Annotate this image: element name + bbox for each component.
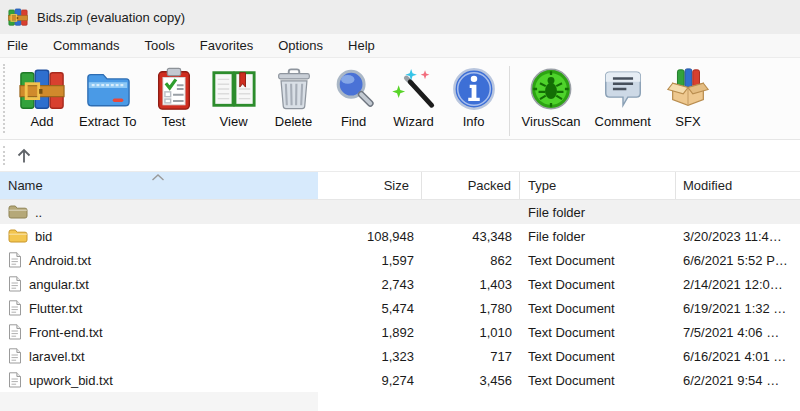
sfx-button[interactable]: SFX xyxy=(658,65,718,130)
info-button[interactable]: Info xyxy=(444,65,504,130)
find-magnifier-icon xyxy=(331,66,377,112)
file-size: 1,323 xyxy=(318,349,422,364)
find-button[interactable]: Find xyxy=(324,65,384,130)
column-header-packed-label: Packed xyxy=(468,178,511,193)
file-modified: 7/5/2021 4:06 … xyxy=(676,325,800,340)
file-size: 9,274 xyxy=(318,373,422,388)
menu-bar: File Commands Tools Favorites Options He… xyxy=(0,34,800,58)
toolbar-gripper[interactable] xyxy=(3,64,5,133)
menu-file[interactable]: File xyxy=(7,38,28,53)
text-file-icon xyxy=(8,276,22,292)
menu-commands[interactable]: Commands xyxy=(53,38,119,53)
column-header-type[interactable]: Type xyxy=(520,172,676,199)
file-name: Front-end.txt xyxy=(29,324,103,340)
file-modified: 2/14/2021 12:0… xyxy=(676,277,800,292)
folder-icon xyxy=(8,228,28,244)
file-type: Text Document xyxy=(520,325,676,340)
file-type: File folder xyxy=(520,229,676,244)
address-bar xyxy=(0,140,800,172)
file-type: File folder xyxy=(520,205,676,220)
winrar-app-icon xyxy=(8,7,28,27)
virus-scan-bug-icon xyxy=(528,66,574,112)
file-row-parent[interactable]: .. File folder xyxy=(0,200,800,224)
file-name: laravel.txt xyxy=(29,348,85,364)
text-file-icon xyxy=(8,372,22,388)
file-size: 108,948 xyxy=(318,229,422,244)
window-title: Bids.zip (evaluation copy) xyxy=(37,10,185,25)
column-header-packed[interactable]: Packed xyxy=(422,172,520,199)
text-file-icon xyxy=(8,348,22,364)
file-row[interactable]: bid 108,948 43,348 File folder 3/20/2023… xyxy=(0,224,800,248)
file-row[interactable]: laravel.txt 1,323 717 Text Document 6/16… xyxy=(0,344,800,368)
test-button[interactable]: Test xyxy=(144,65,204,130)
file-row[interactable]: Flutter.txt 5,474 1,780 Text Document 6/… xyxy=(0,296,800,320)
virus-scan-button[interactable]: VirusScan xyxy=(515,65,588,130)
view-book-icon xyxy=(211,66,257,112)
extract-to-folder-icon xyxy=(85,66,131,112)
virus-scan-button-label: VirusScan xyxy=(522,114,581,129)
test-clipboard-icon xyxy=(151,66,197,112)
add-button[interactable]: Add xyxy=(12,65,72,130)
text-file-icon xyxy=(8,324,22,340)
menu-tools[interactable]: Tools xyxy=(144,38,174,53)
text-file-icon xyxy=(8,252,22,268)
toolbar: Add Extract To Test xyxy=(0,58,800,140)
file-modified: 6/19/2021 1:32 … xyxy=(676,301,800,316)
up-one-level-button[interactable] xyxy=(10,143,38,169)
test-button-label: Test xyxy=(162,114,186,129)
file-size: 1,892 xyxy=(318,325,422,340)
winrar-window: Bids.zip (evaluation copy) File Commands… xyxy=(0,0,800,411)
folder-up-icon xyxy=(8,204,28,220)
file-size: 1,597 xyxy=(318,253,422,268)
file-type: Text Document xyxy=(520,349,676,364)
up-arrow-icon xyxy=(14,146,34,166)
address-bar-gripper[interactable] xyxy=(3,146,5,165)
file-packed: 1,010 xyxy=(422,325,520,340)
sfx-button-label: SFX xyxy=(675,114,700,129)
file-packed: 3,456 xyxy=(422,373,520,388)
file-type: Text Document xyxy=(520,373,676,388)
toolbar-separator xyxy=(509,66,510,136)
file-name: bid xyxy=(35,228,52,244)
add-archive-icon xyxy=(19,66,65,112)
delete-trash-icon xyxy=(271,66,317,112)
file-size: 5,474 xyxy=(318,301,422,316)
file-modified: 6/2/2021 9:54 … xyxy=(676,373,800,388)
file-row[interactable]: upwork_bid.txt 9,274 3,456 Text Document… xyxy=(0,368,800,392)
column-header-size-label: Size xyxy=(384,178,409,193)
file-name: angular.txt xyxy=(29,276,89,292)
file-modified: 6/6/2021 5:52 P… xyxy=(676,253,800,268)
view-button[interactable]: View xyxy=(204,65,264,130)
sorted-column-background xyxy=(0,392,318,411)
info-button-label: Info xyxy=(463,114,485,129)
delete-button[interactable]: Delete xyxy=(264,65,324,130)
column-header-modified-label: Modified xyxy=(683,178,732,193)
comment-button-label: Comment xyxy=(595,114,651,129)
file-name: Android.txt xyxy=(29,252,91,268)
file-row[interactable]: Android.txt 1,597 862 Text Document 6/6/… xyxy=(0,248,800,272)
file-packed: 862 xyxy=(422,253,520,268)
sfx-box-icon xyxy=(665,66,711,112)
comment-bubble-icon xyxy=(600,66,646,112)
view-button-label: View xyxy=(220,114,248,129)
column-header-modified[interactable]: Modified xyxy=(676,172,800,199)
extract-to-button[interactable]: Extract To xyxy=(72,65,144,130)
wizard-button-label: Wizard xyxy=(393,114,433,129)
file-packed: 43,348 xyxy=(422,229,520,244)
file-modified: 3/20/2023 11:4… xyxy=(676,229,800,244)
menu-favorites[interactable]: Favorites xyxy=(200,38,253,53)
column-header-size[interactable]: Size xyxy=(318,172,422,199)
wizard-button[interactable]: Wizard xyxy=(384,65,444,130)
file-row[interactable]: angular.txt 2,743 1,403 Text Document 2/… xyxy=(0,272,800,296)
file-type: Text Document xyxy=(520,301,676,316)
file-packed: 1,780 xyxy=(422,301,520,316)
comment-button[interactable]: Comment xyxy=(588,65,658,130)
file-row[interactable]: Front-end.txt 1,892 1,010 Text Document … xyxy=(0,320,800,344)
file-type: Text Document xyxy=(520,277,676,292)
extract-to-button-label: Extract To xyxy=(79,114,137,129)
title-bar: Bids.zip (evaluation copy) xyxy=(0,0,800,34)
menu-options[interactable]: Options xyxy=(278,38,323,53)
sort-ascending-icon xyxy=(151,174,165,181)
column-header-type-label: Type xyxy=(528,178,556,193)
menu-help[interactable]: Help xyxy=(348,38,375,53)
